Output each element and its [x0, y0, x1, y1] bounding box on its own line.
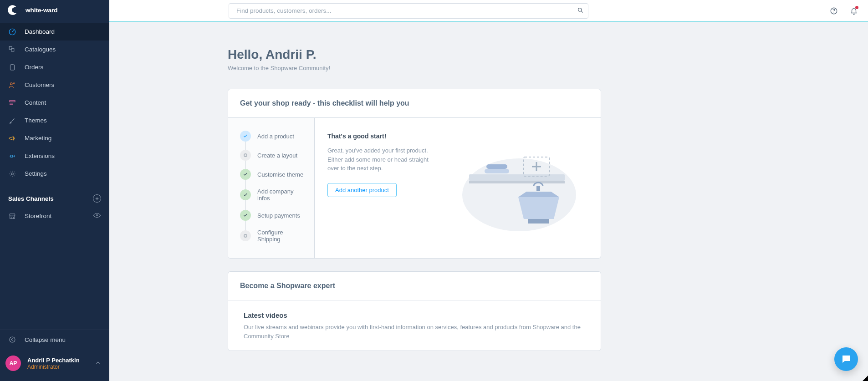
- collapse-icon: [8, 335, 16, 344]
- notification-dot: [855, 6, 858, 9]
- checklist-step-add-product[interactable]: Add a product: [240, 131, 306, 142]
- sidebar-item-label: Themes: [25, 117, 47, 124]
- checklist-card: Get your shop ready - this checklist wil…: [228, 89, 601, 259]
- checklist-step-customise-theme[interactable]: Customise theme: [240, 169, 306, 180]
- search-input[interactable]: [229, 3, 588, 19]
- checklist-step-create-layout[interactable]: Create a layout: [240, 150, 306, 161]
- sidebar-item-label: Dashboard: [25, 28, 55, 35]
- user-text: Andrii P Pechatkin Administrator: [27, 357, 80, 370]
- sidebar-item-label: Content: [25, 99, 46, 106]
- svg-point-14: [462, 158, 576, 231]
- svg-rect-3: [10, 65, 15, 70]
- sidebar-item-marketing[interactable]: Marketing: [0, 129, 109, 147]
- checklist-step-label: Customise theme: [257, 171, 303, 178]
- sidebar-nav: Dashboard Catalogues Orders Customers: [0, 23, 109, 183]
- brand-name: white-ward: [26, 7, 58, 14]
- gauge-icon: [8, 28, 16, 36]
- sidebar-header: white-ward: [0, 0, 109, 23]
- notifications-button[interactable]: [850, 7, 858, 15]
- page-subtitle: Welcome to the Shopware Community!: [228, 65, 601, 71]
- sales-channels-heading: Sales Channels: [8, 195, 54, 202]
- user-role: Administrator: [27, 364, 80, 370]
- sidebar-item-settings[interactable]: Settings: [0, 165, 109, 183]
- add-another-product-button[interactable]: Add another product: [327, 183, 397, 197]
- plug-icon: [8, 152, 16, 160]
- svg-rect-6: [10, 100, 15, 102]
- brush-icon: [8, 117, 16, 125]
- search-wrap: [229, 3, 588, 19]
- visibility-icon[interactable]: [93, 211, 101, 221]
- layout-icon: [8, 99, 16, 107]
- check-icon: [240, 169, 251, 180]
- svg-point-13: [834, 12, 834, 13]
- checklist-card-title: Get your shop ready - this checklist wil…: [228, 89, 601, 118]
- clipboard-icon: [8, 63, 16, 71]
- check-icon: [240, 210, 251, 221]
- expert-description: Our live streams and webinars provide yo…: [228, 323, 601, 351]
- sidebar: white-ward Dashboard Catalogues Orders: [0, 0, 109, 381]
- add-sales-channel-button[interactable]: +: [93, 194, 101, 203]
- svg-point-4: [10, 82, 13, 85]
- user-menu[interactable]: AP Andrii P Pechatkin Administrator: [0, 349, 109, 381]
- sidebar-item-label: Settings: [25, 170, 47, 177]
- top-actions: [830, 7, 858, 15]
- expert-card: Become a Shopware expert Latest videos O…: [228, 271, 601, 351]
- sidebar-item-catalogues[interactable]: Catalogues: [0, 41, 109, 58]
- svg-point-8: [11, 173, 14, 175]
- sidebar-item-label: Customers: [25, 81, 54, 88]
- sidebar-item-dashboard[interactable]: Dashboard: [0, 23, 109, 41]
- sidebar-item-label: Extensions: [25, 152, 55, 159]
- sidebar-item-label: Catalogues: [25, 46, 56, 53]
- svg-point-11: [578, 8, 582, 11]
- checklist-illustration: [450, 132, 588, 244]
- checklist-step-label: Add a product: [257, 133, 294, 140]
- checklist-detail: That's a good start! Great, you've added…: [315, 118, 601, 258]
- chevron-up-icon: [95, 360, 101, 367]
- chat-fab[interactable]: [834, 347, 858, 371]
- checklist-steps: Add a product Create a layout Custom: [228, 118, 315, 258]
- checklist-message-body: Great, you've added your first product. …: [327, 146, 441, 173]
- brand-logo: [6, 4, 19, 16]
- svg-rect-17: [486, 164, 507, 169]
- svg-point-10: [10, 337, 15, 342]
- svg-rect-18: [485, 169, 509, 173]
- svg-rect-15: [469, 174, 565, 181]
- checklist-body: Add a product Create a layout Custom: [228, 118, 601, 258]
- sales-channel-label: Storefront: [25, 213, 51, 219]
- check-icon: [240, 189, 251, 200]
- checklist-step-company-infos[interactable]: Add company infos: [240, 188, 306, 202]
- expert-subheading: Latest videos: [228, 300, 601, 323]
- gear-icon: [8, 170, 16, 178]
- sidebar-item-themes[interactable]: Themes: [0, 112, 109, 129]
- sales-channels-heading-row: Sales Channels +: [0, 183, 109, 207]
- sidebar-item-extensions[interactable]: Extensions: [0, 147, 109, 165]
- topbar: [109, 0, 868, 22]
- pending-icon: [240, 150, 251, 161]
- page-title: Hello, Andrii P.: [228, 47, 601, 62]
- boxes-icon: [8, 46, 16, 54]
- sidebar-item-customers[interactable]: Customers: [0, 76, 109, 94]
- search-icon[interactable]: [577, 7, 584, 15]
- avatar: AP: [5, 356, 21, 371]
- checklist-step-setup-payments[interactable]: Setup payments: [240, 210, 306, 221]
- checklist-message: That's a good start! Great, you've added…: [327, 132, 441, 244]
- checklist-step-label: Setup payments: [257, 212, 300, 219]
- collapse-menu-label: Collapse menu: [25, 336, 66, 343]
- users-icon: [8, 81, 16, 89]
- sidebar-item-label: Marketing: [25, 135, 51, 142]
- page-inner: Hello, Andrii P. Welcome to the Shopware…: [228, 47, 601, 351]
- checklist-message-title: That's a good start!: [327, 132, 441, 140]
- checklist-step-label: Create a layout: [257, 152, 297, 159]
- help-button[interactable]: [830, 7, 838, 15]
- svg-rect-7: [10, 155, 13, 157]
- sales-channel-storefront[interactable]: Storefront: [0, 207, 109, 225]
- sidebar-item-content[interactable]: Content: [0, 94, 109, 112]
- app-root: white-ward Dashboard Catalogues Orders: [0, 0, 868, 381]
- checklist-step-configure-shipping[interactable]: Configure Shipping: [240, 229, 306, 243]
- sidebar-item-orders[interactable]: Orders: [0, 58, 109, 76]
- collapse-menu-button[interactable]: Collapse menu: [0, 330, 109, 349]
- storefront-icon: [8, 212, 16, 220]
- check-icon: [240, 131, 251, 142]
- page-scroll[interactable]: Hello, Andrii P. Welcome to the Shopware…: [109, 22, 868, 381]
- pending-icon: [240, 230, 251, 241]
